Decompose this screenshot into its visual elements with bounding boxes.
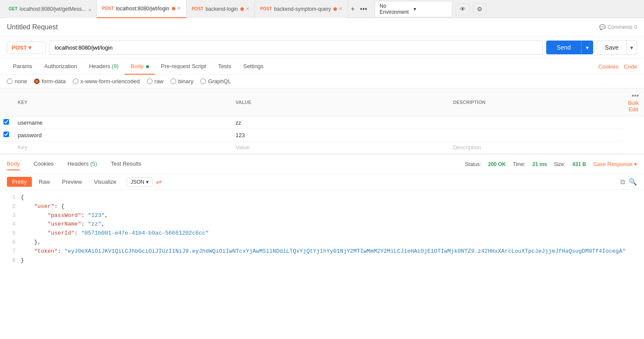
more-options-button[interactable]: ••• [632,92,639,100]
dot-backend-login [240,7,244,11]
radio-form-data[interactable]: form-data [34,78,66,85]
close-icon-backend-symptom[interactable]: ✕ [339,6,342,12]
key-cell-password[interactable]: password [12,129,230,141]
json-line-5: 5 "userId": "0571b001-e47e-41b4-b9ac-566… [7,229,637,238]
tab-url-post-login: localhost:8080/jwt/login [116,6,169,12]
code-link[interactable]: Code [624,63,637,70]
method-chevron-icon: ▾ [28,44,31,51]
method-badge-backend-symptom: POST [260,6,272,11]
save-button-group: Save ▾ [597,40,637,55]
format-dropdown[interactable]: JSON ▾ [127,177,152,187]
request-header: Untitled Request 💬 Comments 0 [0,18,644,37]
tab-settings[interactable]: Settings [237,59,270,75]
json-line-7: 7 "token": "eyJ0eXAiOiJKV1QiLCJhbGciOiJI… [7,247,637,256]
radio-none[interactable]: none [7,78,27,85]
save-button[interactable]: Save [597,40,627,55]
more-tabs-button[interactable]: ••• [358,3,370,15]
json-line-2: 2 "user": { [7,202,637,211]
env-selector: No Environment ▾ 👁 ⚙ [375,1,486,17]
radio-binary[interactable]: binary [171,78,193,85]
dot-backend-symptom [333,7,337,11]
dot-post-login [172,7,175,10]
time-value: 21 ms [532,161,547,167]
value-cell-username[interactable]: zz [230,116,448,129]
json-line-3: 3 "passWord": "123", [7,211,637,220]
view-raw-button[interactable]: Raw [34,177,55,187]
value-cell-password[interactable]: 123 [230,129,448,141]
key-cell-username[interactable]: username [12,116,230,129]
size-label: Size: [554,161,566,167]
request-tabs: Params Authorization Headers (9) Body Pr… [0,59,644,75]
empty-key-cell[interactable]: Key [12,141,230,154]
close-icon-get[interactable]: ✕ [88,7,91,11]
env-label: No Environment [380,3,414,15]
method-badge-backend-login: POST [192,6,203,11]
format-label: JSON [131,179,144,185]
resp-tab-headers[interactable]: Headers (5) [68,158,97,170]
tab-get[interactable]: GET localhost:8080/jwt/getMess... ✕ [3,0,97,18]
tab-url-backend-symptom: backend-symptom-query [274,6,331,12]
tab-body[interactable]: Body [124,59,155,75]
tab-pre-request-script[interactable]: Pre-request Script [155,59,212,75]
tab-tests[interactable]: Tests [212,59,237,75]
method-badge-get: GET [9,6,18,11]
send-button[interactable]: Send [546,41,581,54]
form-data-table: KEY VALUE DESCRIPTION ••• Bulk Edit [0,88,644,154]
empty-value-cell[interactable]: Value [230,141,448,154]
tab-headers[interactable]: Headers (9) [83,59,125,75]
bulk-edit-button[interactable]: Bulk Edit [628,100,639,113]
radio-urlencoded[interactable]: x-www-form-urlencoded [73,78,140,85]
tab-authorization[interactable]: Authorization [38,59,83,75]
response-header: Body Cookies Headers (5) Test Results St… [0,154,644,174]
cookies-code-links: Cookies Code [598,63,637,70]
wrap-button[interactable]: ⇌ [156,178,162,186]
tab-backend-symptom[interactable]: POST backend-symptom-query ✕ [255,0,348,18]
response-section: Body Cookies Headers (5) Test Results St… [0,154,644,339]
tab-url-backend-login: backend-login [205,6,238,12]
cookies-link[interactable]: Cookies [598,63,619,70]
request-title: Untitled Request [7,23,58,31]
settings-icon[interactable]: ⚙ [473,3,486,15]
row-checkbox-username[interactable] [3,119,9,125]
send-dropdown-button[interactable]: ▾ [581,41,593,54]
save-dropdown-button[interactable]: ▾ [627,40,637,55]
add-tab-button[interactable]: + [348,3,357,15]
resp-tab-body[interactable]: Body [7,158,20,170]
radio-graphql[interactable]: GraphQL [200,78,231,85]
view-pretty-button[interactable]: Pretty [7,177,32,187]
table-row: username zz [0,116,644,129]
col-actions-header: ••• Bulk Edit [623,88,644,116]
search-icon[interactable]: 🔍 [628,178,637,186]
time-label: Time: [513,161,526,167]
method-dropdown[interactable]: POST ▾ [7,41,46,54]
comments-count: 0 [634,24,637,30]
close-icon-backend-login[interactable]: ✕ [246,6,249,12]
method-label: POST [12,44,27,51]
desc-cell-username[interactable] [448,116,623,129]
desc-cell-password[interactable] [448,129,623,141]
tab-url-get: localhost:8080/jwt/getMess... [20,6,86,12]
eye-icon[interactable]: 👁 [456,3,470,15]
table-row: password 123 [0,129,644,141]
tab-backend-login[interactable]: POST backend-login ✕ [187,0,255,18]
empty-desc-cell[interactable]: Description [448,141,623,154]
tab-params[interactable]: Params [7,59,38,75]
response-body-toolbar: Pretty Raw Preview Visualize JSON ▾ ⇌ ⧉ … [0,174,644,190]
col-checkbox-header [0,88,12,116]
copy-icon[interactable]: ⧉ [620,178,625,186]
radio-raw[interactable]: raw [147,78,164,85]
tab-post-login[interactable]: POST localhost:8080/jwt/login ✕ [97,0,187,18]
row-checkbox-password[interactable] [3,132,9,137]
view-visualize-button[interactable]: Visualize [89,177,121,187]
close-icon-post-login[interactable]: ✕ [177,6,181,11]
json-line-6: 6 }, [7,238,637,247]
resp-tab-test-results[interactable]: Test Results [111,158,141,170]
url-input[interactable] [49,41,543,55]
resp-tab-cookies[interactable]: Cookies [34,158,54,170]
comments-button[interactable]: 💬 Comments 0 [599,24,637,30]
view-preview-button[interactable]: Preview [57,177,87,187]
environment-dropdown[interactable]: No Environment ▾ [375,1,452,17]
save-response-button[interactable]: Save Response ▾ [593,161,637,167]
col-desc-header: DESCRIPTION [448,88,623,116]
json-output: 1 { 2 "user": { 3 "passWord": "123", 4 "… [0,190,644,339]
